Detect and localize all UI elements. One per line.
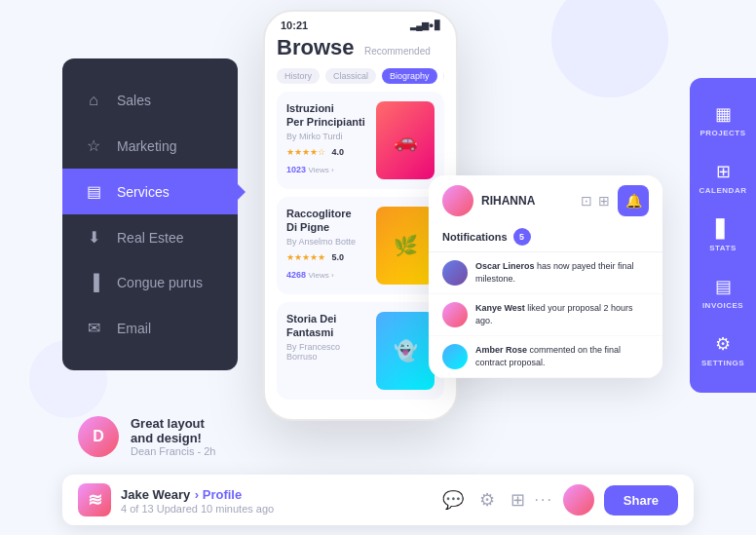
book-views-2: 4268 [286, 270, 309, 280]
notif-avatar-3 [442, 344, 468, 369]
book-title-2: RaccoglitoreDi Pigne [286, 207, 366, 235]
sidebar-item-sales[interactable]: ⌂ Sales [62, 78, 238, 123]
notif-text-2: Kanye West liked your proposal 2 hours a… [475, 302, 649, 326]
comment-icon[interactable]: 💬 [442, 489, 464, 511]
right-label-projects: PROJECTS [699, 129, 745, 137]
star-icon: ☆ [84, 136, 103, 155]
book-stars-2: ★★★★★ [286, 252, 325, 262]
book-rating-2: 5.0 [331, 252, 344, 262]
more-options-icon[interactable]: ··· [535, 491, 553, 509]
bar-user-name: Jake Weary [121, 487, 190, 502]
notif-item-1: Oscar Lineros has now payed their final … [429, 252, 662, 294]
filter-biography[interactable]: Biography [382, 68, 437, 84]
phone-status-bar: 10:21 ▂▄▆ ● ▊ [265, 12, 456, 35]
notification-overlay: RIHANNA ⊡ ⊞ 🔔 Notifications 5 Oscar Line… [429, 175, 662, 378]
book-author-2: By Anselmo Botte [286, 237, 366, 247]
right-item-calendar[interactable]: ⊞ CALENDAR [690, 151, 756, 205]
notif-avatar-1 [442, 260, 468, 286]
sidebar-label-email: Email [117, 321, 151, 336]
sidebar-label-marketing: Marketing [117, 138, 176, 154]
notif-text-1: Oscar Lineros has now payed their final … [475, 260, 649, 285]
sidebar-item-marketing[interactable]: ☆ Marketing [62, 123, 238, 169]
book-stars-1: ★★★★☆ [286, 147, 325, 157]
notif-user-avatar [442, 185, 473, 216]
notif-user-name: RIHANNA [481, 194, 535, 208]
sidebar-label-services: Services [117, 184, 170, 200]
book-cover-3: 👻 [376, 312, 435, 390]
notif-header: RIHANNA ⊡ ⊞ 🔔 [429, 175, 662, 222]
notif-title-bar: Notifications 5 [429, 222, 662, 252]
book-views-label-1: Views › [309, 166, 334, 174]
avatar: D [78, 416, 119, 457]
invoices-icon: ▤ [715, 276, 732, 297]
phone-time: 10:21 [281, 19, 308, 31]
stats-icon: ▋ [716, 218, 730, 240]
phone-content: Browse Recommended History Classical Bio… [265, 35, 456, 419]
copy-icon[interactable]: ⊡ [581, 193, 592, 209]
book-card-1: IstruzioniPer Principianti By Mirko Turd… [277, 92, 444, 189]
bar-arrow: › [195, 487, 203, 502]
notif-count-badge: 5 [513, 228, 531, 246]
chart-icon: ▐ [84, 274, 103, 291]
grid-icon[interactable]: ⊞ [598, 193, 610, 209]
sidebar-item-email[interactable]: ✉ Email [62, 305, 238, 351]
ghost-icon: 👻 [394, 339, 418, 363]
book-title-1: IstruzioniPer Principianti [286, 101, 366, 130]
right-label-calendar: CALENDAR [699, 186, 747, 195]
book-views-1: 1023 [286, 165, 309, 174]
sidebar-label-congue: Congue purus [117, 275, 203, 290]
car-icon: 🚗 [394, 129, 418, 152]
projects-icon: ▦ [715, 103, 732, 125]
book-rating-1: 4.0 [331, 147, 344, 157]
notif-avatar-2 [442, 302, 468, 327]
home-icon: ⌂ [84, 92, 103, 109]
notif-title: Notifications [442, 231, 508, 243]
book-author-3: By Francesco Borruso [286, 342, 366, 362]
book-card-3: Storia DeiFantasmi By Francesco Borruso … [277, 302, 444, 400]
notif-text-3: Amber Rose commented on the final contra… [475, 344, 649, 368]
user-section: D Great layout and design! Dean Francis … [62, 406, 238, 467]
sidebar-item-realestate[interactable]: ⬇ Real Estee [62, 214, 238, 260]
download-icon: ⬇ [84, 228, 103, 247]
right-item-invoices[interactable]: ▤ INVOICES [690, 266, 756, 320]
right-item-settings[interactable]: ⚙ SETTINGS [690, 324, 756, 377]
right-label-stats: STATS [709, 244, 737, 252]
user-name: Great layout and design! [131, 416, 222, 445]
deco-circle-1 [551, 0, 668, 97]
share-button[interactable]: Share [604, 485, 678, 516]
book-card-2: RaccoglitoreDi Pigne By Anselmo Botte ★★… [277, 197, 444, 294]
settings-icon: ⚙ [715, 333, 731, 355]
bar-profile-link[interactable]: Profile [203, 487, 242, 502]
document-icon: ▤ [84, 182, 103, 201]
browse-title: Browse [277, 35, 354, 60]
right-item-stats[interactable]: ▋ STATS [690, 209, 756, 262]
email-icon: ✉ [84, 319, 103, 337]
filter-classical[interactable]: Classical [325, 68, 376, 84]
book-cover-2: 🌿 [376, 207, 435, 285]
right-label-settings: SETTINGS [701, 359, 744, 367]
bottom-bar: ≋ Jake Weary › Profile 4 of 13 Updared 1… [62, 475, 694, 525]
signal-icon: ▂▄▆ ● ▊ [410, 20, 440, 30]
right-label-invoices: INVOICES [702, 301, 743, 310]
grid-small-icon[interactable]: ⊞ [510, 489, 525, 511]
filter-cartoon[interactable]: Cartoon [443, 68, 444, 84]
book-cover-1: 🚗 [376, 101, 435, 179]
bar-icons: 💬 ⚙ ⊞ [442, 489, 525, 511]
right-item-projects[interactable]: ▦ PROJECTS [690, 94, 756, 147]
book-title-3: Storia DeiFantasmi [286, 312, 366, 340]
calendar-icon: ⊞ [716, 161, 731, 182]
gear-icon[interactable]: ⚙ [479, 489, 495, 511]
filter-history[interactable]: History [277, 68, 320, 84]
sidebar-item-services[interactable]: ▤ Services [62, 169, 238, 214]
sidebar-item-congue[interactable]: ▐ Congue purus [62, 260, 238, 305]
logo-mark: ≋ [78, 483, 111, 516]
nature-icon: 🌿 [394, 234, 418, 257]
right-sidebar: ▦ PROJECTS ⊞ CALENDAR ▋ STATS ▤ INVOICES… [690, 78, 756, 393]
filter-tabs: History Classical Biography Cartoon N... [277, 68, 444, 84]
notif-item-2: Kanye West liked your proposal 2 hours a… [429, 294, 662, 336]
left-sidebar: ⌂ Sales ☆ Marketing ▤ Services ⬇ Real Es… [62, 58, 238, 370]
sidebar-label-realestate: Real Estee [117, 230, 183, 246]
recommended-label: Recommended [364, 46, 431, 57]
notification-bell-button[interactable]: 🔔 [618, 185, 649, 216]
notif-item-3: Amber Rose commented on the final contra… [429, 336, 662, 378]
